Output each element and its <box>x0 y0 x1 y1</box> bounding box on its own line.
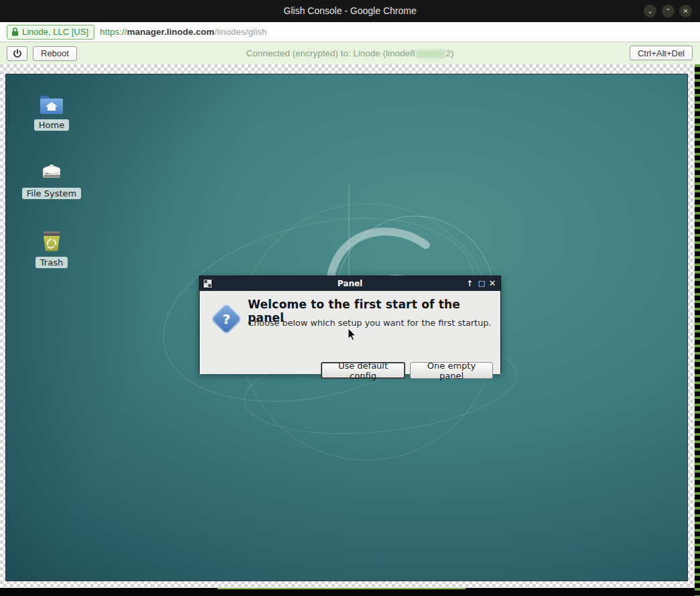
icon-label: Home <box>34 119 69 131</box>
glish-toolbar: Reboot Connected (encrypted) to: Linode … <box>0 42 700 64</box>
desktop-icon-trash[interactable]: Trash <box>19 227 84 268</box>
status-prefix: Connected (encrypted) to: Linode (linode… <box>246 48 415 58</box>
dialog-message: Choose below which setup you want for th… <box>248 318 496 328</box>
icon-label: File System <box>22 188 81 199</box>
url-scheme: https:// <box>100 27 127 37</box>
power-button[interactable] <box>7 46 27 61</box>
power-icon <box>13 49 22 58</box>
shade-icon[interactable]: ↑ <box>464 276 475 291</box>
icon-label: Trash <box>36 257 68 268</box>
one-empty-panel-button[interactable]: One empty panel <box>410 362 493 379</box>
status-suffix: 2) <box>446 48 454 58</box>
close-icon[interactable]: ✕ <box>679 5 692 17</box>
reboot-button[interactable]: Reboot <box>33 46 77 61</box>
connection-status: Connected (encrypted) to: Linode (linode… <box>0 48 700 58</box>
remote-desktop[interactable]: Home File System <box>5 74 688 581</box>
ctrl-alt-del-button[interactable]: Ctrl+Alt+Del <box>630 46 693 60</box>
panel-dialog: Panel ↑ □ ✕ ? Welcome to the first start… <box>199 276 501 373</box>
filesystem-drive-icon <box>38 158 66 186</box>
address-bar[interactable]: Linode, LLC [US] https://manager.linode.… <box>0 22 700 42</box>
home-folder-icon <box>38 89 66 117</box>
page-green-line <box>218 588 466 589</box>
redacted-linode-id <box>416 50 445 58</box>
close-icon[interactable]: ✕ <box>487 276 498 291</box>
mouse-cursor <box>348 328 356 341</box>
desktop-icon-file-system[interactable]: File System <box>19 158 84 199</box>
url-host: manager.linode.com <box>127 27 215 37</box>
use-default-config-button[interactable]: Use default config <box>321 362 405 379</box>
panel-app-icon <box>203 279 212 288</box>
chrome-titlebar: Glish Console - Google Chrome ⌄ ⌃ ✕ <box>0 0 700 22</box>
window-title: Glish Console - Google Chrome <box>0 0 700 22</box>
dialog-titlebar[interactable]: Panel ↑ □ ✕ <box>200 276 500 291</box>
ev-certificate-badge[interactable]: Linode, LLC [US] <box>7 25 94 40</box>
page-edge-bottom <box>0 588 695 596</box>
desktop-icon-home[interactable]: Home <box>19 89 84 131</box>
trash-icon <box>38 227 66 255</box>
dialog-title: Panel <box>338 279 362 288</box>
question-icon: ? <box>210 303 242 335</box>
minimize-icon[interactable]: ⌄ <box>644 5 656 17</box>
vnc-checker-frame: Home File System <box>0 64 695 588</box>
badge-label: Linode, LLC [US] <box>22 27 88 37</box>
maximize-icon[interactable]: ⌃ <box>662 5 675 17</box>
svg-text:?: ? <box>222 311 230 327</box>
padlock-icon <box>11 27 19 36</box>
page-edge-right <box>695 64 700 596</box>
url-text[interactable]: https://manager.linode.com/linodes/glish <box>100 27 267 37</box>
maximize-icon[interactable]: □ <box>476 276 487 291</box>
url-path: /linodes/glish <box>214 27 267 37</box>
